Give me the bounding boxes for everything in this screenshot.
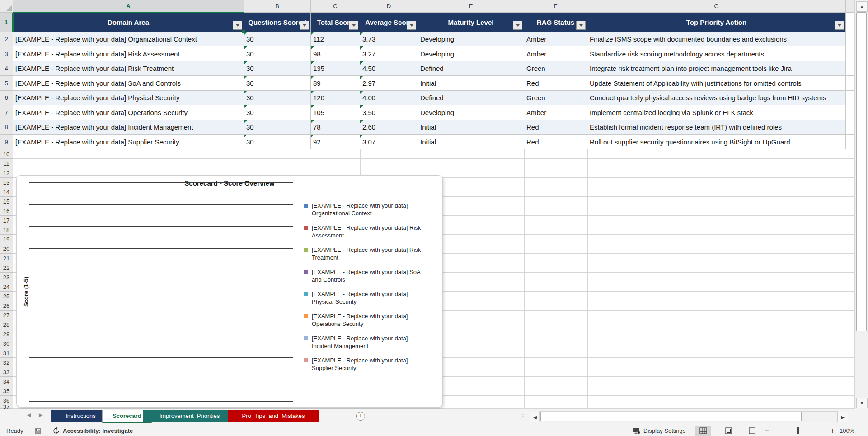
filter-dropdown-icon-E[interactable]	[513, 21, 522, 30]
sheet-tab-pro_tips_and_mistakes[interactable]: Pro_Tips_and_Mistakes	[228, 410, 319, 422]
filter-dropdown-icon-F[interactable]	[576, 21, 586, 30]
filter-dropdown-icon-D[interactable]	[407, 21, 416, 30]
cell-D3[interactable]: 3.27	[360, 46, 418, 61]
legend-item-6[interactable]: [EXAMPLE - Replace with your data]Operat…	[304, 312, 440, 328]
cell-C6[interactable]: 120	[311, 91, 360, 105]
cell-D4[interactable]: 4.50	[360, 61, 418, 76]
cell-B8[interactable]: 30	[244, 120, 311, 135]
cell-G5[interactable]: Update Statement of Applicability with j…	[587, 76, 846, 91]
cell-C3[interactable]: 98	[311, 46, 360, 61]
row-header-4[interactable]: 4	[0, 61, 13, 76]
table-header-F[interactable]: RAG Status	[524, 13, 587, 32]
cell-E2[interactable]: Developing	[418, 32, 524, 46]
column-header-A[interactable]: A	[13, 0, 244, 13]
cell-E3[interactable]: Developing	[418, 46, 524, 61]
row-header-16[interactable]: 16	[0, 206, 13, 216]
cell-B2[interactable]: 30	[244, 32, 311, 46]
cell-E8[interactable]: Initial	[418, 120, 524, 135]
cell-A9[interactable]: [EXAMPLE - Replace with your data] Suppl…	[13, 135, 244, 149]
cell-H5[interactable]	[846, 76, 854, 91]
cell-F8[interactable]: Red	[524, 120, 587, 135]
row-header-34[interactable]: 34	[0, 377, 13, 386]
cell-A2[interactable]: [EXAMPLE - Replace with your data] Organ…	[13, 32, 244, 46]
zoom-out-button[interactable]: −	[765, 425, 769, 436]
cell-E7[interactable]: Developing	[418, 105, 524, 120]
cell-B4[interactable]: 30	[244, 61, 311, 76]
legend-item-1[interactable]: [EXAMPLE - Replace with your data]Organi…	[304, 202, 440, 217]
scroll-up-arrow[interactable]: ▲	[856, 1, 868, 12]
cell-H3[interactable]	[846, 46, 854, 61]
row-header-30[interactable]: 30	[0, 339, 13, 348]
cell-B5[interactable]: 30	[244, 76, 311, 91]
cell-F7[interactable]: Amber	[524, 105, 587, 120]
scorecard-chart[interactable]: Scorecard - Score Overview Score (1-5) […	[16, 175, 443, 408]
row-header-24[interactable]: 24	[0, 282, 13, 292]
cell-D5[interactable]: 2.97	[360, 76, 418, 91]
column-header-D[interactable]: D	[360, 0, 418, 13]
cell-G6[interactable]: Conduct quarterly physical access review…	[587, 91, 846, 105]
cell-G3[interactable]: Standardize risk scoring methodology acr…	[587, 46, 846, 61]
filter-dropdown-icon-A[interactable]	[233, 21, 242, 30]
column-header-F[interactable]: F	[524, 0, 587, 13]
view-normal-button[interactable]	[695, 426, 711, 436]
tab-scroll-right-icon[interactable]: ▶	[39, 412, 42, 418]
row-header-35[interactable]: 35	[0, 386, 13, 396]
cell-H8[interactable]	[846, 120, 854, 135]
row-header-25[interactable]: 25	[0, 292, 13, 301]
cell-A8[interactable]: [EXAMPLE - Replace with your data] Incid…	[13, 120, 244, 135]
cell-E9[interactable]: Initial	[418, 135, 524, 149]
row-header-15[interactable]: 15	[0, 197, 13, 206]
row-header-14[interactable]: 14	[0, 187, 13, 197]
cell-A7[interactable]: [EXAMPLE - Replace with your data] Opera…	[13, 105, 244, 120]
cell-H2[interactable]	[846, 32, 854, 46]
cell-F2[interactable]: Amber	[524, 32, 587, 46]
table-header-E[interactable]: Maturity Level	[418, 13, 524, 32]
hscroll-left-arrow[interactable]: ◀	[530, 412, 540, 422]
new-sheet-button[interactable]: +	[356, 412, 365, 421]
cell-E6[interactable]: Defined	[418, 91, 524, 105]
row-header-6[interactable]: 6	[0, 91, 13, 105]
cell-D9[interactable]: 3.07	[360, 135, 418, 149]
cell-B3[interactable]: 30	[244, 46, 311, 61]
display-settings-button[interactable]: Display Settings	[633, 425, 685, 436]
cell-G8[interactable]: Establish formal incident response team …	[587, 120, 846, 135]
zoom-slider[interactable]	[774, 431, 828, 431]
vertical-scroll-thumb[interactable]	[856, 12, 867, 331]
legend-item-2[interactable]: [EXAMPLE - Replace with your data] RiskA…	[304, 224, 440, 239]
row-header-2[interactable]: 2	[0, 32, 13, 46]
hscroll-right-arrow[interactable]: ▶	[837, 412, 848, 422]
cell-A4[interactable]: [EXAMPLE - Replace with your data] Risk …	[13, 61, 244, 76]
cell-D7[interactable]: 3.50	[360, 105, 418, 120]
table-header-C[interactable]: Total Score	[311, 13, 360, 32]
cell-G2[interactable]: Finalize ISMS scope with documented boun…	[587, 32, 846, 46]
cell-B7[interactable]: 30	[244, 105, 311, 120]
column-header-B[interactable]: B	[244, 0, 311, 13]
legend-item-3[interactable]: [EXAMPLE - Replace with your data] RiskT…	[304, 246, 440, 261]
row-header-23[interactable]: 23	[0, 273, 13, 282]
view-page-break-button[interactable]	[744, 426, 760, 436]
cell-D8[interactable]: 2.60	[360, 120, 418, 135]
row-header-21[interactable]: 21	[0, 254, 13, 263]
row-header-28[interactable]: 28	[0, 320, 13, 329]
cell-D2[interactable]: 3.73	[360, 32, 418, 46]
row-header-9[interactable]: 9	[0, 135, 13, 149]
cell-F9[interactable]: Red	[524, 135, 587, 149]
cell-H6[interactable]	[846, 91, 854, 105]
select-all-corner[interactable]	[0, 0, 13, 13]
row-header-7[interactable]: 7	[0, 105, 13, 120]
table-header-B[interactable]: Questions Scored	[244, 13, 311, 32]
column-header-partial[interactable]	[846, 0, 854, 13]
cell-E5[interactable]: Initial	[418, 76, 524, 91]
cell-C9[interactable]: 92	[311, 135, 360, 149]
table-header-D[interactable]: Average Score	[360, 13, 418, 32]
column-header-E[interactable]: E	[418, 0, 524, 13]
cell-E4[interactable]: Defined	[418, 61, 524, 76]
row-header-31[interactable]: 31	[0, 348, 13, 358]
cell-G4[interactable]: Integrate risk treatment plan into proje…	[587, 61, 846, 76]
legend-item-4[interactable]: [EXAMPLE - Replace with your data] SoAan…	[304, 268, 440, 283]
filter-dropdown-icon-G[interactable]	[835, 21, 844, 30]
zoom-slider-thumb[interactable]	[797, 427, 799, 434]
cell-H9[interactable]	[846, 135, 854, 149]
view-page-layout-button[interactable]	[720, 426, 737, 436]
cell-F6[interactable]: Green	[524, 91, 587, 105]
